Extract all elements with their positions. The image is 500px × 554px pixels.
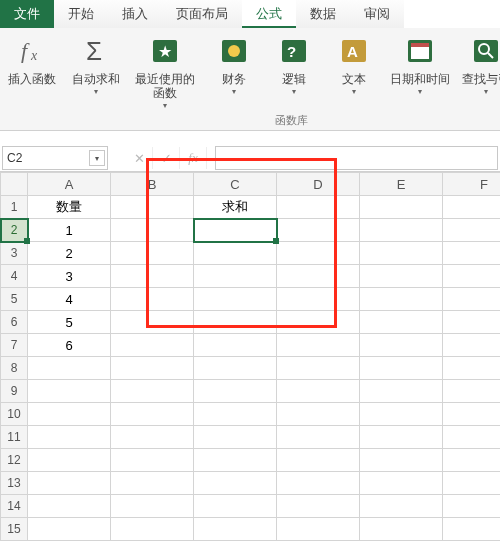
row-header-6[interactable]: 6 — [1, 311, 28, 334]
cell-A2[interactable]: 1 — [28, 219, 111, 242]
col-header-D[interactable]: D — [277, 173, 360, 196]
datetime-button[interactable]: 日期和时间 ▾ — [384, 32, 456, 130]
cell-C2[interactable] — [194, 219, 277, 242]
cell-F3[interactable] — [443, 242, 501, 265]
tab-review[interactable]: 审阅 — [350, 0, 404, 28]
cell-B7[interactable] — [111, 334, 194, 357]
cell-B2[interactable] — [111, 219, 194, 242]
cell-E14[interactable] — [360, 495, 443, 518]
cell-A7[interactable]: 6 — [28, 334, 111, 357]
cell-A9[interactable] — [28, 380, 111, 403]
cell-C12[interactable] — [194, 449, 277, 472]
col-header-C[interactable]: C — [194, 173, 277, 196]
cell-A14[interactable] — [28, 495, 111, 518]
cell-B8[interactable] — [111, 357, 194, 380]
cell-C5[interactable] — [194, 288, 277, 311]
financial-button[interactable]: 财务 ▾ — [204, 32, 264, 130]
row-header-8[interactable]: 8 — [1, 357, 28, 380]
cell-E13[interactable] — [360, 472, 443, 495]
cell-F10[interactable] — [443, 403, 501, 426]
tab-home[interactable]: 开始 — [54, 0, 108, 28]
cell-A11[interactable] — [28, 426, 111, 449]
tab-data[interactable]: 数据 — [296, 0, 350, 28]
cell-D4[interactable] — [277, 265, 360, 288]
cell-D15[interactable] — [277, 518, 360, 541]
cell-F9[interactable] — [443, 380, 501, 403]
row-header-4[interactable]: 4 — [1, 265, 28, 288]
recent-functions-button[interactable]: ★ 最近使用的 函数 ▾ — [126, 32, 204, 130]
cell-A4[interactable]: 3 — [28, 265, 111, 288]
row-header-11[interactable]: 11 — [1, 426, 28, 449]
cell-E15[interactable] — [360, 518, 443, 541]
cell-E4[interactable] — [360, 265, 443, 288]
cell-C15[interactable] — [194, 518, 277, 541]
row-header-7[interactable]: 7 — [1, 334, 28, 357]
row-header-10[interactable]: 10 — [1, 403, 28, 426]
cell-D1[interactable] — [277, 196, 360, 219]
name-box-dropdown-icon[interactable]: ▾ — [89, 150, 105, 166]
cell-C4[interactable] — [194, 265, 277, 288]
cell-F13[interactable] — [443, 472, 501, 495]
cell-D6[interactable] — [277, 311, 360, 334]
tab-insert[interactable]: 插入 — [108, 0, 162, 28]
cell-F12[interactable] — [443, 449, 501, 472]
cell-F8[interactable] — [443, 357, 501, 380]
cell-C11[interactable] — [194, 426, 277, 449]
cell-E10[interactable] — [360, 403, 443, 426]
name-box[interactable]: C2 ▾ — [2, 146, 108, 170]
cell-D11[interactable] — [277, 426, 360, 449]
tab-file[interactable]: 文件 — [0, 0, 54, 28]
cell-C7[interactable] — [194, 334, 277, 357]
cell-A12[interactable] — [28, 449, 111, 472]
cell-D12[interactable] — [277, 449, 360, 472]
cell-E12[interactable] — [360, 449, 443, 472]
cell-B11[interactable] — [111, 426, 194, 449]
cell-C9[interactable] — [194, 380, 277, 403]
cell-D5[interactable] — [277, 288, 360, 311]
cell-F14[interactable] — [443, 495, 501, 518]
col-header-A[interactable]: A — [28, 173, 111, 196]
row-header-13[interactable]: 13 — [1, 472, 28, 495]
cell-C10[interactable] — [194, 403, 277, 426]
cell-A10[interactable] — [28, 403, 111, 426]
row-header-15[interactable]: 15 — [1, 518, 28, 541]
select-all-corner[interactable] — [1, 173, 28, 196]
cell-E8[interactable] — [360, 357, 443, 380]
cell-E5[interactable] — [360, 288, 443, 311]
cell-E11[interactable] — [360, 426, 443, 449]
cell-D3[interactable] — [277, 242, 360, 265]
cell-D9[interactable] — [277, 380, 360, 403]
cell-D10[interactable] — [277, 403, 360, 426]
cell-B6[interactable] — [111, 311, 194, 334]
cell-D14[interactable] — [277, 495, 360, 518]
cell-F5[interactable] — [443, 288, 501, 311]
row-header-12[interactable]: 12 — [1, 449, 28, 472]
cell-F4[interactable] — [443, 265, 501, 288]
cell-A3[interactable]: 2 — [28, 242, 111, 265]
cell-D8[interactable] — [277, 357, 360, 380]
cell-F15[interactable] — [443, 518, 501, 541]
row-header-3[interactable]: 3 — [1, 242, 28, 265]
cell-B3[interactable] — [111, 242, 194, 265]
cell-B10[interactable] — [111, 403, 194, 426]
fx-icon-small[interactable]: fx — [180, 147, 207, 169]
cell-E1[interactable] — [360, 196, 443, 219]
cell-F2[interactable] — [443, 219, 501, 242]
lookup-button[interactable]: 查找与引 ▾ — [456, 32, 500, 130]
cell-C1[interactable]: 求和 — [194, 196, 277, 219]
cell-E9[interactable] — [360, 380, 443, 403]
row-header-14[interactable]: 14 — [1, 495, 28, 518]
col-header-F[interactable]: F — [443, 173, 501, 196]
col-header-B[interactable]: B — [111, 173, 194, 196]
cell-E3[interactable] — [360, 242, 443, 265]
cell-C13[interactable] — [194, 472, 277, 495]
cell-B14[interactable] — [111, 495, 194, 518]
cell-A13[interactable] — [28, 472, 111, 495]
insert-function-button[interactable]: fx 插入函数 — [2, 32, 62, 130]
formula-bar-input[interactable] — [215, 146, 498, 170]
cell-B12[interactable] — [111, 449, 194, 472]
cell-F1[interactable] — [443, 196, 501, 219]
cell-F11[interactable] — [443, 426, 501, 449]
cell-E6[interactable] — [360, 311, 443, 334]
cell-A5[interactable]: 4 — [28, 288, 111, 311]
